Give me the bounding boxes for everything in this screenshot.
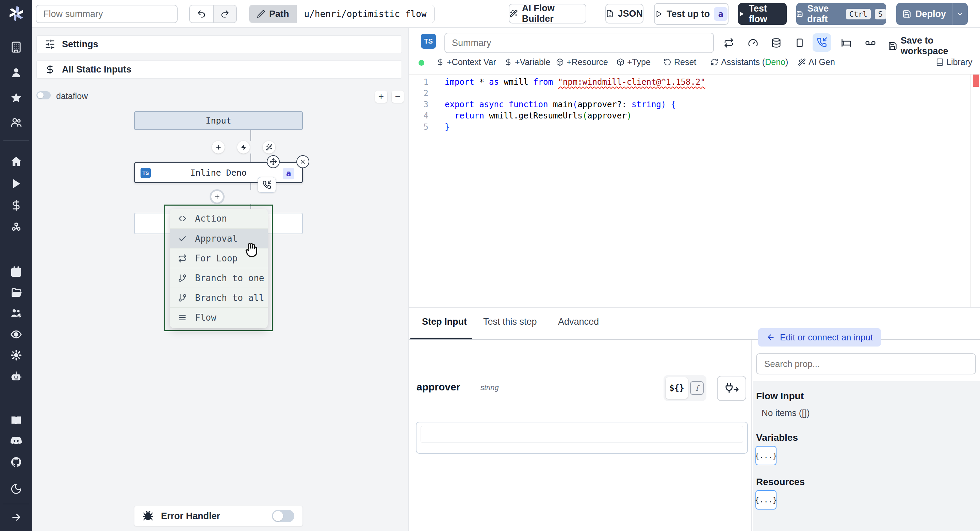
edit-or-connect-button[interactable]: Edit or connect an input <box>758 328 881 346</box>
deploy-dropdown-button[interactable] <box>953 3 968 25</box>
settings-label: Settings <box>62 39 98 50</box>
save-draft-button[interactable]: Save draft Ctrl S <box>796 3 886 25</box>
runs-play-icon[interactable] <box>10 178 22 190</box>
save-to-workspace-button[interactable]: Save to workspace <box>888 35 980 56</box>
move-step-handle[interactable] <box>267 155 280 168</box>
add-context-var-button[interactable]: +Context Var <box>436 57 496 67</box>
input-node-label: Input <box>205 116 231 126</box>
json-button[interactable]: JSON <box>605 4 643 24</box>
retries-icon[interactable] <box>724 38 734 48</box>
all-static-inputs-row[interactable]: All Static Inputs <box>37 60 402 79</box>
github-icon[interactable] <box>10 456 22 468</box>
zoom-out-button[interactable]: − <box>392 91 404 103</box>
search-prop-input[interactable] <box>756 353 976 375</box>
path-button[interactable]: Path <box>250 5 297 23</box>
chevron-down-icon <box>956 10 964 18</box>
assistants-deno-label: Deno <box>765 57 785 67</box>
variables-expand-chip[interactable]: {...} <box>756 446 776 465</box>
zoom-in-button[interactable]: + <box>375 91 387 103</box>
menu-item-branch-to-one[interactable]: Branch to one <box>170 268 268 288</box>
code-line[interactable]: 5} <box>416 121 966 133</box>
path-value-input[interactable]: u/henri/optimistic_flow <box>297 5 434 23</box>
audit-logs-eye-icon[interactable] <box>10 328 22 340</box>
add-variable-button[interactable]: +Variable <box>504 57 550 67</box>
dataflow-toggle[interactable] <box>37 91 51 99</box>
flow-input-node[interactable]: Input <box>134 111 303 130</box>
step-summary-input[interactable] <box>444 33 714 53</box>
field-value-input[interactable] <box>421 426 743 443</box>
flow-summary-input[interactable] <box>36 5 178 23</box>
expr-mode-button[interactable]: ${} <box>666 377 688 399</box>
insert-step-plus-button[interactable] <box>212 141 224 153</box>
settings-gear-icon[interactable] <box>10 349 22 361</box>
code-editor[interactable]: 1import * as wmill from "npm:windmill-cl… <box>409 74 980 307</box>
early-stop-gauge-icon[interactable] <box>748 38 758 48</box>
dark-mode-moon-icon[interactable] <box>10 483 22 495</box>
code-line[interactable]: 3export async function main(approver?: s… <box>416 99 966 110</box>
tab-advanced[interactable]: Advanced <box>558 317 599 327</box>
error-handler-toggle[interactable] <box>272 510 294 522</box>
windmill-logo[interactable] <box>8 5 25 22</box>
error-handler-node[interactable]: Error Handler <box>134 506 303 526</box>
code-line[interactable]: 4 return wmill.getResumeUrls(approver) <box>416 110 966 121</box>
overview-ruler-border <box>970 75 971 307</box>
test-up-to-button[interactable]: Test up to a <box>654 3 729 25</box>
wand-icon <box>798 58 806 66</box>
fn-mode-button[interactable]: f <box>690 381 704 395</box>
code-line[interactable]: 2 <box>416 88 966 99</box>
wand-icon <box>509 9 518 18</box>
resources-boxes-icon[interactable] <box>10 222 22 234</box>
reset-button[interactable]: Reset <box>663 57 696 67</box>
cache-database-icon[interactable] <box>771 38 781 48</box>
expand-sidebar-arrow-icon[interactable] <box>10 511 22 523</box>
step-id-badge: a <box>283 168 294 179</box>
ai-gen-button[interactable]: AI Gen <box>798 57 835 67</box>
test-flow-button[interactable]: Test flow <box>738 3 787 25</box>
user-icon[interactable] <box>10 67 22 79</box>
add-resource-button[interactable]: +Resource <box>556 57 608 67</box>
ai-flow-builder-button[interactable]: AI Flow Builder <box>509 4 586 24</box>
line-number: 3 <box>416 99 428 110</box>
suspend-approval-button-active[interactable] <box>813 33 831 52</box>
resources-title: Resources <box>756 477 805 488</box>
home-icon[interactable] <box>10 156 22 167</box>
folders-icon[interactable] <box>10 287 22 298</box>
ai-wand-button[interactable] <box>263 141 275 153</box>
schedules-calendar-icon[interactable] <box>10 266 22 278</box>
connect-input-plug-button[interactable] <box>717 376 746 401</box>
resources-expand-chip[interactable]: {...} <box>756 490 776 510</box>
sleep-bed-icon[interactable] <box>841 38 851 48</box>
workers-bot-icon[interactable] <box>10 370 22 382</box>
trigger-zap-button[interactable] <box>237 141 250 153</box>
menu-icon <box>178 313 187 322</box>
discord-icon[interactable] <box>10 435 22 447</box>
workspace-icon[interactable] <box>10 41 22 53</box>
favorites-star-icon[interactable] <box>10 92 22 104</box>
flow-settings-row[interactable]: Settings <box>37 35 402 53</box>
delete-step-button[interactable] <box>296 155 309 168</box>
variables-dollar-icon[interactable] <box>10 199 22 211</box>
add-type-button[interactable]: +Type <box>617 57 651 67</box>
mock-square-icon[interactable] <box>795 38 805 48</box>
users-icon[interactable] <box>10 116 22 128</box>
deploy-button[interactable]: Deploy <box>896 3 952 25</box>
tab-test-this-step[interactable]: Test this step <box>483 317 537 327</box>
path-value: u/henri/optimistic_flow <box>304 9 427 19</box>
menu-item-branch-to-all[interactable]: Branch to all <box>170 288 268 307</box>
lifetime-voicemail-icon[interactable] <box>865 38 876 49</box>
deploy-label: Deploy <box>915 9 946 19</box>
library-button[interactable]: Library <box>936 57 972 67</box>
refresh-icon <box>711 58 718 66</box>
tab-step-input[interactable]: Step Input <box>422 317 467 327</box>
redo-icon <box>220 9 230 19</box>
menu-item-action[interactable]: Action <box>170 209 268 228</box>
undo-button[interactable] <box>190 5 213 23</box>
assistants-button[interactable]: Assistants (Deno) <box>711 57 788 67</box>
menu-item-flow[interactable]: Flow <box>170 307 268 327</box>
add-type-label: +Type <box>627 57 651 67</box>
code-line[interactable]: 1import * as wmill from "npm:windmill-cl… <box>416 77 966 88</box>
groups-users-gear-icon[interactable] <box>10 307 22 319</box>
docs-book-icon[interactable] <box>10 414 22 426</box>
redo-button[interactable] <box>213 5 236 23</box>
insert-step-plus-button-active[interactable] <box>210 189 224 204</box>
